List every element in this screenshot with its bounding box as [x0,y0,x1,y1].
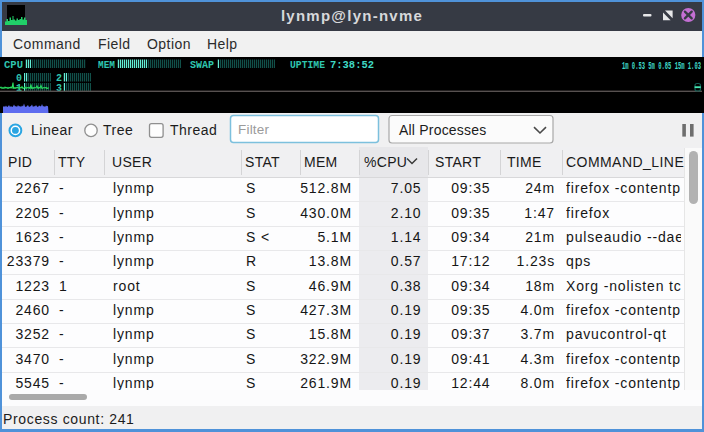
svg-text:UPTIME: UPTIME [290,60,325,71]
svg-text:CPU: CPU [4,60,23,71]
svg-text:1m 0.53 5m 0.85 15m 1.03: 1m 0.53 5m 0.85 15m 1.03 [622,61,701,72]
svg-text:SWAP: SWAP [190,60,214,71]
svg-text:3: 3 [56,83,62,94]
svg-text:7:38:52: 7:38:52 [330,60,374,71]
svg-text:MEM: MEM [98,60,115,71]
